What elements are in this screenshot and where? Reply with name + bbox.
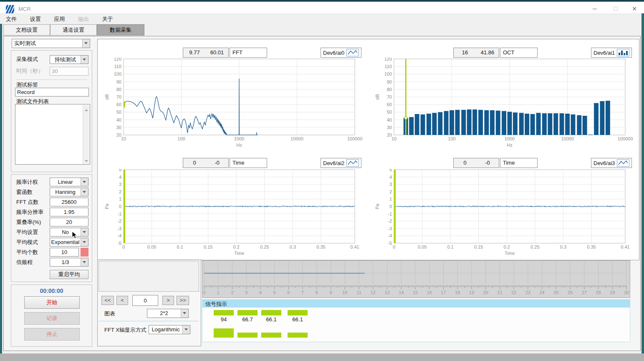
signal-level-bar: [237, 310, 258, 315]
app-window: MCR ─ ☐ ✕ 文件 设置 应用 输出 关于 文档设置 通道设置 数据采集 …: [0, 0, 644, 361]
freq-weighting-select[interactable]: Linear: [50, 178, 88, 186]
time-plot[interactable]: -5-4-3-2-101234500.050.10.150.20.250.30.…: [98, 169, 368, 260]
timeline-track[interactable]: 0123456789101112131415161718192021222324…: [202, 260, 630, 298]
svg-text:-1: -1: [388, 211, 392, 216]
nav-prev-button[interactable]: <: [116, 296, 128, 305]
tab-channel-settings[interactable]: 通道设置: [50, 24, 97, 36]
restart-average-button[interactable]: 重启平均: [50, 270, 88, 279]
mouse-cursor: [72, 231, 78, 239]
scrollbar[interactable]: [83, 105, 89, 164]
svg-text:0.41: 0.41: [350, 244, 359, 249]
svg-text:17: 17: [441, 290, 446, 295]
nav-first-button[interactable]: <<: [101, 296, 114, 305]
svg-text:-2: -2: [388, 219, 392, 224]
charts-panel: 9.77 60.01 FFT Dev6/ai0 2030405060708090…: [97, 39, 639, 260]
svg-text:-4: -4: [117, 233, 121, 238]
signal-value: 66.7: [237, 316, 258, 323]
scroll-up-icon[interactable]: [83, 105, 89, 112]
channel-selector[interactable]: Dev6/ai0: [321, 48, 361, 58]
cursor-y-value: -0: [206, 158, 228, 168]
scroll-down-icon[interactable]: [83, 157, 89, 164]
svg-text:0.3: 0.3: [290, 244, 296, 249]
stop-button: 停止: [24, 328, 80, 341]
time-plot[interactable]: -5-4-3-2-101234500.050.10.150.20.250.30.…: [368, 169, 639, 260]
svg-text:18: 18: [455, 290, 460, 295]
chart-layout-label: 图表: [104, 309, 115, 318]
svg-text:8: 8: [316, 290, 318, 295]
cursor-x-value: 9.77: [183, 48, 206, 57]
acquisition-mode-select[interactable]: 持续测试: [50, 55, 88, 64]
svg-text:1: 1: [389, 196, 392, 201]
svg-text:-1: -1: [117, 211, 121, 216]
average-mode-select[interactable]: Exponential: [50, 238, 88, 247]
preview-box: [98, 261, 199, 292]
menu-settings[interactable]: 设置: [24, 14, 47, 24]
channel-label: Dev6/ai2: [323, 160, 344, 166]
freq-resolution-field[interactable]: [50, 208, 88, 216]
svg-text:0.2: 0.2: [504, 244, 510, 249]
cursor-x-value: 0: [183, 158, 206, 168]
timer-display: 00:00:00: [11, 287, 92, 294]
test-tag-field[interactable]: [15, 88, 89, 97]
chart-type-field[interactable]: Time: [230, 158, 267, 168]
svg-text:Time: Time: [505, 251, 515, 256]
signal-level-bar: [261, 310, 281, 315]
average-count-field[interactable]: [50, 248, 79, 257]
close-button[interactable]: ✕: [628, 5, 641, 13]
cursor-readout: 0 -0: [453, 158, 499, 168]
tab-document-settings[interactable]: 文档设置: [3, 24, 50, 36]
average-setting-select[interactable]: No: [50, 228, 88, 236]
menu-file[interactable]: 文件: [0, 14, 23, 24]
octave-select[interactable]: 1/3: [50, 258, 88, 267]
menu-bar: 文件 设置 应用 输出 关于: [0, 13, 644, 24]
svg-text:0: 0: [389, 204, 392, 209]
cursor-readout: 16 41.86: [453, 48, 499, 58]
cursor-y-value: 41.86: [476, 48, 499, 57]
nav-last-button[interactable]: >>: [177, 296, 189, 305]
svg-text:100000: 100000: [618, 136, 633, 141]
svg-text:0.15: 0.15: [474, 244, 483, 249]
svg-text:2: 2: [119, 189, 121, 194]
menu-application[interactable]: 应用: [48, 14, 71, 24]
svg-text:23: 23: [525, 290, 530, 295]
window-function-select[interactable]: Hanning: [50, 188, 88, 196]
channel-selector[interactable]: Dev6/ai1: [591, 48, 632, 58]
chart-layout-select[interactable]: 2*2: [147, 309, 189, 318]
start-button[interactable]: 开始: [24, 296, 80, 309]
svg-text:100000: 100000: [347, 136, 363, 141]
window-border-left: [0, 24, 2, 353]
svg-text:0.05: 0.05: [147, 244, 156, 249]
menu-about[interactable]: 关于: [96, 14, 119, 24]
svg-text:4: 4: [259, 290, 262, 295]
tab-data-acquisition[interactable]: 数据采集: [97, 24, 144, 36]
minimize-button[interactable]: ─: [588, 5, 601, 13]
svg-text:0.05: 0.05: [418, 244, 427, 249]
fft-plot[interactable]: 2030405060708090100110120101001000100001…: [98, 58, 368, 157]
signal-value: 94: [214, 316, 234, 323]
nav-next-button[interactable]: >: [162, 296, 174, 305]
oct-plot[interactable]: 2030405060708090100110120101001000100001…: [368, 58, 639, 157]
time-seconds-field: [50, 67, 88, 76]
chevron-down-icon: [81, 56, 88, 64]
chart-type-field[interactable]: Time: [500, 158, 538, 168]
svg-text:0: 0: [203, 290, 205, 295]
channel-selector[interactable]: Dev6/ai3: [591, 158, 632, 168]
test-file-listbox[interactable]: [15, 104, 90, 165]
svg-text:3: 3: [119, 182, 121, 187]
average-mode-label: 平均模式: [16, 238, 38, 247]
measure-mode-select[interactable]: 实时测试: [12, 39, 90, 48]
overlap-field[interactable]: [50, 218, 88, 226]
bar-chart-icon: [617, 49, 629, 56]
average-count-label: 平均个数: [16, 248, 38, 257]
fft-points-field[interactable]: [50, 198, 88, 206]
chart-type-field[interactable]: FFT: [230, 48, 267, 58]
chart-type-field[interactable]: OCT: [500, 48, 538, 58]
page-index-field[interactable]: [132, 295, 158, 306]
maximize-button[interactable]: ☐: [609, 5, 622, 13]
window-border-right: [641, 13, 644, 353]
svg-text:5: 5: [119, 169, 121, 172]
fft-xaxis-mode-select[interactable]: Logarithmic: [149, 325, 190, 334]
svg-text:50: 50: [387, 109, 392, 114]
timeline-ruler[interactable]: 0123456789101112131415161718192021222324…: [202, 261, 629, 297]
channel-selector[interactable]: Dev6/ai2: [321, 158, 361, 168]
